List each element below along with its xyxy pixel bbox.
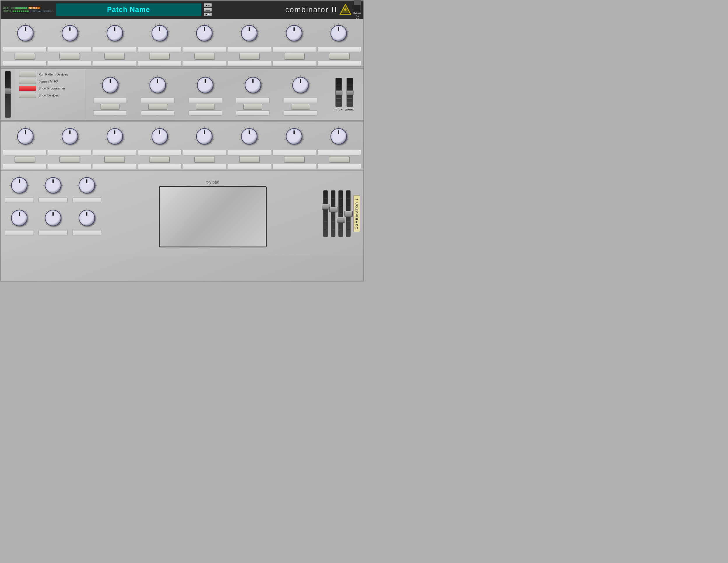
mid-btn-2[interactable]: [148, 104, 167, 110]
svg-line-31: [119, 24, 119, 26]
knob-3[interactable]: [107, 25, 123, 41]
knob-4[interactable]: [152, 25, 168, 41]
s-knob-8[interactable]: [330, 128, 347, 145]
patch-save-button[interactable]: ▣: [204, 13, 212, 16]
bl-knob-4[interactable]: [11, 210, 27, 226]
mid-btn-3[interactable]: [196, 104, 215, 110]
top-btn-8[interactable]: [329, 53, 349, 59]
show-devices-button[interactable]: [19, 93, 36, 98]
fader-track-4[interactable]: [346, 190, 351, 237]
fader-knob-1[interactable]: [322, 204, 330, 210]
svg-line-254: [93, 191, 94, 193]
s-btn-3[interactable]: [104, 156, 125, 163]
knob-6[interactable]: [241, 25, 257, 41]
mid-knob-3[interactable]: [197, 77, 213, 93]
top-btn-6[interactable]: [239, 53, 260, 59]
bl-knob-2[interactable]: [45, 177, 61, 193]
mid-knob-1[interactable]: [102, 77, 118, 93]
patch-name-display[interactable]: Patch Name: [56, 3, 201, 16]
knob-7[interactable]: [286, 25, 302, 41]
s-knob-3[interactable]: [107, 128, 123, 145]
svg-line-166: [78, 139, 80, 140]
fader-track-2[interactable]: [331, 190, 335, 237]
svg-line-121: [213, 83, 215, 84]
svg-line-109: [164, 79, 166, 80]
run-pattern-button[interactable]: [19, 72, 36, 77]
svg-line-196: [208, 127, 209, 129]
pitch-slider-handle[interactable]: [335, 90, 342, 95]
knob-5[interactable]: [196, 25, 212, 41]
show-devices-row: Show Devices: [19, 93, 81, 98]
top-btn-4[interactable]: [149, 53, 170, 59]
bl-knob-5-wrap: [41, 206, 65, 230]
bl-knob-6[interactable]: [79, 210, 95, 226]
mid-knob-2[interactable]: [150, 77, 166, 93]
svg-line-234: [12, 191, 13, 193]
bl-display-1: [5, 198, 34, 203]
fader-knob-4[interactable]: [344, 211, 353, 217]
knob-1[interactable]: [17, 25, 34, 41]
show-programmer-button[interactable]: [19, 86, 36, 91]
s-btn-8[interactable]: [329, 156, 349, 163]
fader-track-1[interactable]: [323, 190, 328, 237]
pitch-slider[interactable]: [335, 78, 342, 107]
top-btn-1[interactable]: [15, 53, 35, 59]
s-btn-7[interactable]: [284, 156, 305, 163]
xy-pad[interactable]: [159, 186, 267, 247]
s-knob-cell-6: [227, 125, 272, 148]
sub-display-6: [228, 61, 271, 66]
knob-cell-2: [48, 22, 93, 45]
bypass-switch[interactable]: [354, 0, 361, 11]
knob-cell-8: [316, 22, 361, 45]
s-btn-1[interactable]: [15, 156, 35, 163]
fader-track-3[interactable]: [338, 190, 343, 237]
patch-menu-button[interactable]: ▬: [204, 8, 212, 12]
top-btn-3[interactable]: [104, 53, 125, 59]
mid-knob-3-wrap: [194, 73, 217, 97]
led-3: [15, 7, 17, 9]
s-knob-5[interactable]: [196, 128, 212, 145]
bypass-fx-button[interactable]: [19, 79, 36, 84]
fader-knob-3[interactable]: [337, 217, 345, 223]
s-knob-1-wrap: [14, 125, 37, 148]
top-btn-7[interactable]: [284, 53, 305, 59]
knob-8[interactable]: [330, 25, 347, 41]
mid-btn-5[interactable]: [291, 104, 310, 110]
top-knob-row: [1, 20, 363, 46]
fader-knob-2[interactable]: [329, 207, 337, 212]
svg-line-261: [25, 224, 27, 225]
svg-line-71: [284, 32, 286, 32]
pitch-wheel-sliders: PITCH WHEEL: [335, 78, 354, 111]
s-btn-6[interactable]: [239, 156, 260, 163]
svg-line-26: [105, 36, 107, 36]
s-btn-5[interactable]: [194, 156, 215, 163]
s-btn-2[interactable]: [59, 156, 80, 163]
s-knob-7[interactable]: [286, 128, 302, 145]
top-btn-2[interactable]: [59, 53, 80, 59]
bl-knob-3[interactable]: [79, 177, 95, 193]
left-vert-slider[interactable]: [5, 71, 11, 118]
svg-line-213: [284, 139, 286, 140]
mid-btn-1[interactable]: [101, 104, 119, 110]
bl-knob-5[interactable]: [45, 210, 61, 226]
svg-line-32: [122, 27, 123, 28]
bl-knob-1[interactable]: [11, 177, 27, 193]
patch-prev-button[interactable]: ▲: [204, 3, 212, 7]
svg-line-4: [16, 36, 18, 36]
top-btn-5[interactable]: [194, 53, 215, 59]
second-btn-row: [1, 156, 363, 163]
wheel-slider-handle[interactable]: [347, 90, 354, 95]
sub-display-2: [48, 61, 92, 66]
svg-line-148: [15, 135, 17, 135]
s-knob-1[interactable]: [17, 128, 34, 145]
s-btn-4[interactable]: [149, 156, 170, 163]
mid-btn-4[interactable]: [243, 104, 262, 110]
wheel-slider[interactable]: [347, 78, 353, 107]
s-knob-6[interactable]: [241, 128, 257, 145]
display-8: [317, 47, 361, 52]
mid-knob-5[interactable]: [292, 77, 309, 93]
s-knob-4[interactable]: [152, 128, 168, 145]
svg-line-187: [168, 135, 170, 135]
mid-knob-col-3: [182, 73, 229, 116]
mid-knob-4[interactable]: [245, 77, 261, 93]
